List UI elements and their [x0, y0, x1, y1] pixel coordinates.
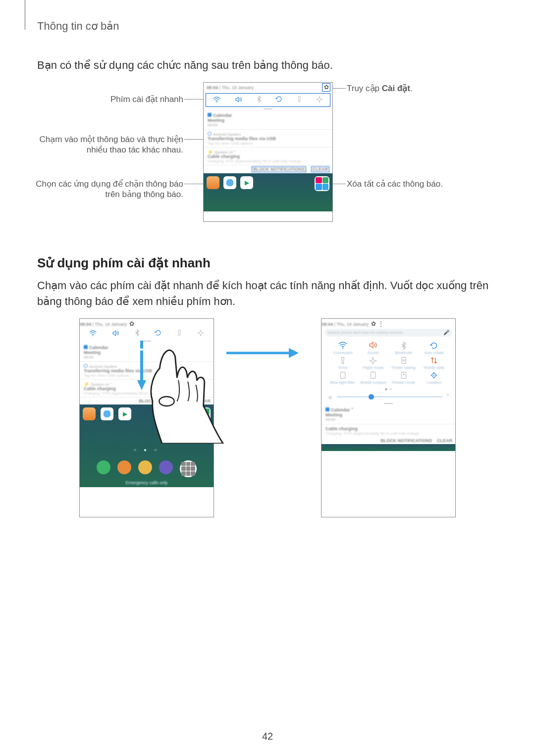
mic-icon[interactable]: 🎤: [443, 330, 449, 335]
callout-block-apps: Chọn các ứng dụng để chặn thông báo trên…: [30, 179, 183, 200]
phone-app-icon[interactable]: [97, 460, 110, 474]
bluetooth-icon[interactable]: [257, 96, 262, 104]
page-indicator: ● ○: [321, 386, 455, 392]
svg-rect-14: [403, 373, 404, 374]
wifi-icon[interactable]: [328, 342, 357, 351]
svg-point-1: [93, 335, 94, 336]
block-notifications-button[interactable]: BLOCK NOTIFICATIONS: [252, 166, 306, 172]
wifi-icon[interactable]: [89, 330, 97, 338]
page-indicator: ○ ● ○: [83, 447, 211, 453]
brightness-icon: ☼: [327, 394, 333, 401]
home-wallpaper-strip: [321, 444, 455, 451]
margin-rule: [25, 0, 25, 30]
status-bar: 08:04 | Thu, 19 January ✿: [80, 319, 214, 328]
status-bar: 08:04 | Thu, 19 January ✿⋮: [321, 319, 455, 328]
apps-drawer-icon[interactable]: [180, 460, 197, 477]
block-notifications-button[interactable]: BLOCK NOTIFICATIONS: [380, 438, 432, 443]
messages-app-icon[interactable]: [138, 460, 152, 474]
bluetooth-icon[interactable]: [389, 342, 418, 351]
torch-icon[interactable]: [328, 356, 357, 365]
phone-after: 08:04 | Thu, 19 January ✿⋮ Search phone …: [321, 318, 456, 517]
page-number: 42: [0, 731, 535, 742]
callout-quick-settings: Phím cài đặt nhanh: [30, 94, 183, 104]
drag-handle-icon[interactable]: [264, 108, 272, 109]
internet-app-icon[interactable]: [101, 407, 113, 420]
callout-settings: Truy cập Cài đặt.: [347, 83, 495, 94]
rotate-icon[interactable]: [275, 96, 282, 104]
play-store-icon[interactable]: ▶: [118, 407, 131, 420]
transition-arrow-icon: [225, 346, 300, 360]
svg-rect-11: [340, 372, 345, 378]
airplane-icon[interactable]: [316, 96, 323, 104]
location-icon[interactable]: [420, 371, 449, 380]
notification-usb[interactable]: Android System Transferring media files …: [204, 130, 332, 148]
email-app-icon[interactable]: [207, 176, 219, 189]
intro-text: Bạn có thể sử dụng các chức năng sau trê…: [37, 57, 505, 73]
more-icon[interactable]: ⋮: [378, 320, 384, 327]
callout-clear-all: Xóa tất cả các thông báo.: [347, 179, 495, 189]
browser-app-icon[interactable]: [159, 460, 173, 474]
svg-rect-9: [402, 357, 406, 363]
hand-gesture-icon: [134, 331, 228, 445]
calendar-icon: [208, 113, 212, 117]
chevron-down-icon[interactable]: ˅: [446, 394, 449, 401]
notification-calendar[interactable]: Calendar ˅ Meeting 08:00: [321, 405, 455, 424]
search-bar[interactable]: Search phone and scan for nearby devices…: [324, 329, 452, 337]
email-app-icon[interactable]: [83, 407, 96, 420]
gear-icon[interactable]: ✿: [129, 320, 134, 327]
airplane-icon[interactable]: [359, 356, 388, 365]
slider-thumb[interactable]: [369, 394, 374, 400]
notification-footer: BLOCK NOTIFICATIONS CLEAR: [204, 165, 332, 173]
svg-point-8: [342, 348, 343, 349]
sound-icon[interactable]: [359, 342, 388, 351]
svg-rect-12: [371, 372, 375, 378]
notification-calendar[interactable]: Calendar Meeting 08:00: [204, 111, 332, 130]
quick-settings-grid: Connected Sound Bluetooth Auto rotate To…: [321, 338, 455, 385]
notification-charging[interactable]: ⚡System UI ˅ Cable charging Charging: 57…: [204, 148, 332, 165]
swipe-diagram: 08:04 | Thu, 19 January ✿ Calendar Meeti…: [79, 318, 456, 521]
hotspot-icon[interactable]: [359, 371, 388, 380]
annotated-diagram: Phím cài đặt nhanh Chạm vào một thông bá…: [30, 82, 505, 231]
internet-app-icon[interactable]: [223, 176, 236, 189]
clear-button[interactable]: CLEAR: [311, 166, 329, 172]
wifi-icon[interactable]: [213, 96, 220, 104]
clear-button[interactable]: CLEAR: [437, 438, 452, 443]
body-text-2: Chạm vào các phím cài đặt nhanh để kích …: [37, 278, 505, 309]
rotate-icon[interactable]: [420, 342, 449, 351]
svg-point-5: [159, 397, 174, 406]
home-wallpaper: ▶: [204, 173, 332, 211]
svg-point-16: [433, 374, 434, 375]
dock: [83, 460, 211, 477]
svg-rect-13: [401, 372, 406, 378]
notification-panel-screenshot: 08:04 | Thu, 19 January ✿: [203, 82, 333, 222]
folder-icon[interactable]: [315, 176, 329, 191]
slider-track[interactable]: [337, 396, 442, 398]
sound-icon[interactable]: [112, 330, 119, 338]
emergency-text: Emergency calls only: [83, 480, 211, 485]
callout-tap-notification: Chạm vào một thông báo và thực hiện nhiề…: [30, 134, 183, 155]
drag-handle-icon[interactable]: [384, 403, 393, 404]
notification-charging[interactable]: Cable charging Charging: 57% (Approximat…: [321, 424, 455, 437]
status-bar: 08:04 | Thu, 19 January ✿: [204, 83, 332, 93]
private-mode-icon[interactable]: [389, 371, 418, 380]
svg-point-10: [403, 359, 404, 361]
blue-light-icon[interactable]: [328, 371, 357, 380]
brightness-slider[interactable]: ☼ ˅: [321, 393, 455, 402]
power-saving-icon[interactable]: [389, 356, 418, 365]
quick-settings-row[interactable]: [206, 93, 330, 107]
play-store-icon[interactable]: ▶: [240, 176, 253, 189]
sound-icon[interactable]: [235, 96, 242, 104]
subheading: Sử dụng phím cài đặt nhanh: [37, 255, 505, 271]
system-icon: [208, 132, 212, 136]
gear-icon[interactable]: ✿: [371, 320, 376, 327]
contacts-app-icon[interactable]: [117, 460, 131, 474]
svg-marker-7: [289, 348, 299, 358]
torch-icon[interactable]: [297, 96, 302, 104]
mobile-data-icon[interactable]: [420, 356, 449, 365]
gear-icon[interactable]: ✿: [323, 84, 329, 91]
svg-point-0: [216, 101, 217, 102]
section-header: Thông tin cơ bản: [37, 20, 505, 33]
